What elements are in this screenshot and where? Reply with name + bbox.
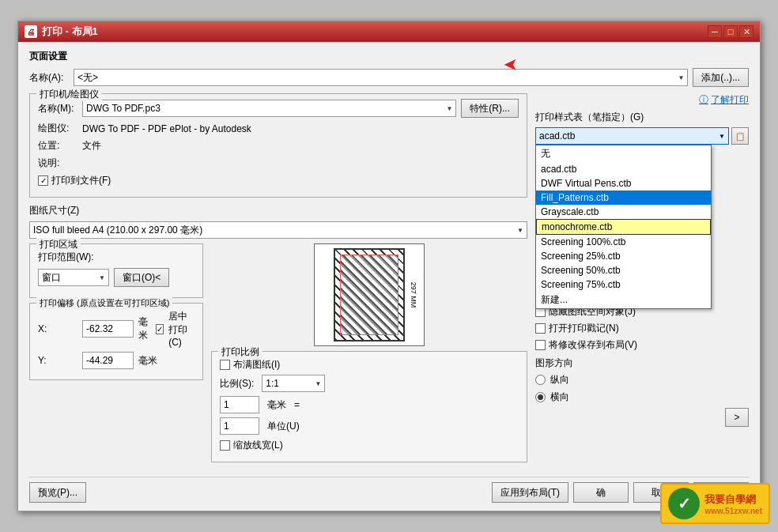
scale-arrow-icon: ▼ — [315, 380, 321, 387]
y-unit: 毫米 — [138, 354, 157, 368]
equals-sign: = — [294, 399, 300, 410]
main-window: 🖨 打印 - 布局1 ─ □ ✕ 页面设置 名称(A): <无> ▼ 添加(..… — [17, 21, 761, 511]
x-label: X: — [38, 323, 77, 334]
x-input[interactable] — [82, 320, 134, 338]
scale-unit-input[interactable] — [220, 417, 259, 435]
dropdown-item-s75[interactable]: Screening 75%.ctb — [536, 277, 711, 292]
fit-paper-checkbox[interactable] — [220, 360, 230, 370]
print-scale-group: 打印比例 布满图纸(I) 比例(S): 1:1 ▼ — [211, 351, 527, 462]
help-link-label: 了解打印 — [711, 93, 749, 107]
page-setup-label: 页面设置 — [29, 50, 749, 63]
scale-row: 比例(S): 1:1 ▼ — [220, 375, 519, 392]
watermark-logo: ✓ — [668, 488, 700, 519]
watermark-title: 我要自學網 — [704, 492, 762, 507]
main-layout: 打印机/绘图仪 名称(M): DWG To PDF.pc3 ▼ 特性(R)...… — [29, 93, 749, 469]
dropdown-item-new[interactable]: 新建... — [536, 292, 711, 308]
print-offset-group: 打印偏移 (原点设置在可打印区域) X: 毫米 ✓ 居中打印(C) Y: — [29, 303, 203, 380]
style-table-combo[interactable]: acad.ctb ▼ — [535, 127, 729, 145]
dropdown-item-grayscale[interactable]: Grayscale.ctb — [536, 205, 711, 219]
paper-preview-container: ← 210 MM → — [334, 248, 405, 341]
printer-name-label: 名称(M): — [38, 102, 77, 115]
dropdown-item-dwf[interactable]: DWF Virtual Pens.ctb — [536, 176, 711, 191]
paper-size-combo-row: ISO full bleed A4 (210.00 x 297.00 毫米) ▼ — [29, 221, 527, 239]
center-print-label: 居中打印(C) — [168, 310, 194, 348]
print-range-combo-row: 窗口 ▼ 窗口(O)< — [38, 268, 194, 287]
print-scale-label: 打印比例 — [218, 345, 262, 359]
print-area-label: 打印区域 — [36, 238, 81, 251]
preview-container: ← 210 MM → — [211, 243, 527, 346]
stamp-checkbox[interactable] — [535, 323, 546, 334]
close-button[interactable]: ✕ — [739, 25, 753, 38]
minimize-button[interactable]: ─ — [708, 25, 722, 38]
dropdown-item-acad[interactable]: acad.ctb — [536, 162, 711, 176]
print-to-file-label: 打印到文件(F) — [51, 174, 111, 187]
print-to-file-checkbox[interactable]: ✓ — [38, 175, 48, 186]
shrink-row: 缩放线宽(L) — [220, 439, 519, 452]
bottom-row: 打印区域 打印范围(W): 窗口 ▼ 窗口(O)< — [29, 243, 527, 469]
paper-dim-top: 210 MM — [357, 243, 383, 245]
maximize-button[interactable]: □ — [723, 25, 738, 38]
scale-unit1: 毫米 — [267, 398, 286, 412]
y-label: Y: — [38, 355, 77, 366]
save-checkbox[interactable] — [535, 340, 546, 350]
reverse-button[interactable]: > — [725, 408, 749, 427]
preview-scale-section: ← 210 MM → — [211, 243, 527, 469]
portrait-radio[interactable] — [535, 375, 546, 385]
scale-value: 1:1 — [266, 378, 279, 389]
print-range-combo[interactable]: 窗口 ▼ — [38, 269, 109, 286]
help-link[interactable]: ⓘ 了解打印 — [535, 93, 749, 107]
dim-top: ← 210 MM → — [348, 243, 391, 245]
x-row: X: 毫米 ✓ 居中打印(C) — [38, 310, 194, 348]
direction-label: 图形方向 — [535, 357, 749, 370]
watermark: ✓ 我要自學網 www.51zxw.net — [660, 483, 770, 524]
scale-mm-input[interactable] — [220, 396, 259, 413]
desc-label: 说明: — [38, 157, 77, 170]
center-print-checkbox[interactable]: ✓ — [156, 324, 164, 334]
paper-size-label: 图纸尺寸(Z) — [29, 204, 79, 217]
apply-layout-button[interactable]: 应用到布局(T) — [492, 482, 568, 503]
dropdown-item-monochrome[interactable]: monochrome.ctb — [536, 219, 711, 235]
print-area-section: 打印区域 打印范围(W): 窗口 ▼ 窗口(O)< — [29, 243, 203, 469]
page-setup-arrow-icon: ▼ — [678, 74, 684, 81]
page-setup-row: 名称(A): <无> ▼ 添加(..)... — [29, 68, 749, 87]
dropdown-item-none[interactable]: 无 — [536, 145, 711, 162]
dropdown-item-fill[interactable]: Fill_Patterns.ctb — [536, 191, 711, 205]
print-offset-label: 打印偏移 (原点设置在可打印区域) — [36, 297, 172, 309]
print-style-label: 打印样式表（笔指定）(G) — [535, 111, 749, 124]
paper-dim-right: 297 MM — [410, 282, 418, 308]
paper-size-row: 图纸尺寸(Z) — [29, 204, 527, 217]
printer-combo-arrow-icon: ▼ — [446, 105, 452, 112]
landscape-radio[interactable] — [535, 392, 546, 402]
ok-button[interactable]: 确 — [573, 482, 629, 503]
right-panel: ⓘ 了解打印 打印样式表（笔指定）(G) acad.ctb ▼ 无 a — [535, 93, 749, 469]
style-combo-row: acad.ctb ▼ 无 acad.ctb DWF Virtual Pens.c… — [535, 127, 749, 145]
style-edit-button[interactable]: 📋 — [731, 127, 749, 145]
dim-right: 297 MM — [410, 282, 418, 308]
watermark-text: 我要自學網 www.51zxw.net — [704, 492, 762, 515]
scale-label: 比例(S): — [220, 377, 254, 391]
printer-group-label: 打印机/绘图仪 — [36, 88, 102, 101]
print-to-file-row: ✓ 打印到文件(F) — [38, 174, 519, 187]
shrink-checkbox[interactable] — [220, 440, 230, 451]
name-label: 名称(A): — [29, 71, 69, 85]
y-input[interactable] — [82, 352, 134, 369]
dropdown-item-s100[interactable]: Screening 100%.ctb — [536, 235, 711, 249]
shrink-label: 缩放线宽(L) — [233, 439, 283, 452]
properties-button[interactable]: 特性(R)... — [461, 99, 519, 118]
add-button[interactable]: 添加(..)... — [693, 68, 749, 87]
page-setup-combo[interactable]: <无> ▼ — [74, 69, 688, 86]
action-buttons-row: 预览(P)... 应用到布局(T) 确 取消 帮助 — [29, 477, 749, 503]
fit-paper-row: 布满图纸(I) — [220, 358, 519, 372]
option-stamp-row: 打开打印戳记(N) — [535, 322, 749, 335]
print-range-row: 打印范围(W): — [38, 251, 194, 264]
red-arrow-icon: ➤ — [504, 55, 518, 75]
paper-inner: ← 210 MM → — [334, 248, 405, 341]
paper-size-combo[interactable]: ISO full bleed A4 (210.00 x 297.00 毫米) ▼ — [29, 221, 527, 239]
preview-button[interactable]: 预览(P)... — [29, 482, 86, 503]
option-save-row: 将修改保存到布局(V) — [535, 338, 749, 352]
dropdown-item-s25[interactable]: Screening 25%.ctb — [536, 249, 711, 263]
printer-name-combo[interactable]: DWG To PDF.pc3 ▼ — [82, 100, 456, 117]
scale-combo[interactable]: 1:1 ▼ — [262, 375, 325, 392]
window-button[interactable]: 窗口(O)< — [114, 268, 169, 287]
dropdown-item-s50[interactable]: Screening 50%.ctb — [536, 263, 711, 277]
